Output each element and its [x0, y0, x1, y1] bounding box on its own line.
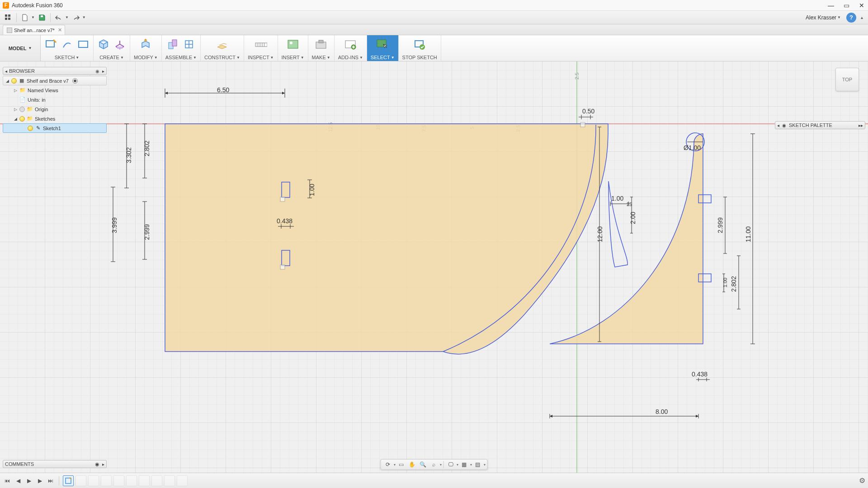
timeline-feature-sketch[interactable]: [63, 475, 74, 486]
browser-title: BROWSER: [9, 68, 35, 74]
tree-origin[interactable]: ▷ 📁 Origin: [3, 104, 107, 114]
viewcube-face-label: TOP: [842, 77, 852, 82]
timeline-next-button[interactable]: ▶: [35, 476, 44, 485]
redo-caret-icon[interactable]: ▼: [82, 15, 86, 19]
grid-settings-button[interactable]: ▦: [459, 460, 469, 469]
undo-button[interactable]: [53, 12, 64, 23]
palette-collapse-icon[interactable]: ◂: [777, 123, 779, 128]
active-component-radio[interactable]: [72, 78, 78, 84]
svg-rect-11: [288, 40, 298, 48]
svg-rect-4: [41, 15, 43, 17]
tab-close-button[interactable]: ✕: [58, 27, 62, 33]
ribbon-group-insert[interactable]: INSERT▼: [278, 35, 308, 61]
svg-text:25: 25: [627, 202, 632, 207]
ribbon-group-addins[interactable]: ADD-INS▼: [335, 35, 367, 61]
timeline-feature[interactable]: [126, 475, 137, 486]
browser-collapse-icon[interactable]: ◂: [5, 69, 7, 74]
ribbon-group-select[interactable]: SELECT▼: [367, 35, 399, 61]
timeline-feature[interactable]: [75, 475, 86, 486]
ribbon-group-construct[interactable]: CONSTRUCT▼: [201, 35, 244, 61]
look-at-button[interactable]: ▭: [396, 460, 406, 469]
timeline-feature[interactable]: [139, 475, 150, 486]
viewport-settings-button[interactable]: ▤: [473, 460, 483, 469]
timeline-feature[interactable]: [113, 475, 124, 486]
tree-label: Sketch1: [43, 126, 61, 131]
zoom-button[interactable]: 🔍: [418, 460, 428, 469]
timeline-feature[interactable]: [101, 475, 112, 486]
orbit-button[interactable]: ⟳: [383, 460, 393, 469]
tree-arrow-icon[interactable]: ◢: [5, 79, 9, 83]
ribbon-label: MAKE: [312, 55, 326, 60]
palette-expand-icon[interactable]: ▸▸: [859, 123, 863, 128]
create-sketch-icon: [44, 38, 57, 51]
ribbon-group-make[interactable]: MAKE▼: [308, 35, 335, 61]
navigation-bar: ⟳▾ ▭ ✋ 🔍 ⌕▾ 🖵▾ ▦▾ ▤▾: [381, 459, 488, 470]
tree-arrow-icon[interactable]: ▷: [13, 88, 18, 93]
viewcube[interactable]: TOP: [835, 68, 859, 91]
ribbon-group-stop-sketch[interactable]: STOP SKETCH: [399, 35, 441, 61]
svg-text:3.999: 3.999: [111, 217, 118, 233]
comments-expand-icon[interactable]: ▸: [102, 462, 104, 467]
ribbon-group-modify[interactable]: MODIFY▼: [130, 35, 162, 61]
document-tab-label: Shelf an...race v7*: [14, 28, 55, 33]
user-menu[interactable]: Alex Krasser ▼: [802, 14, 844, 22]
display-settings-button[interactable]: 🖵: [446, 460, 456, 469]
timeline-feature[interactable]: [164, 475, 175, 486]
timeline-prev-button[interactable]: ◀: [14, 476, 23, 485]
timeline-settings-button[interactable]: ⚙: [859, 476, 865, 485]
undo-caret-icon[interactable]: ▼: [65, 15, 69, 19]
timeline-feature[interactable]: [88, 475, 99, 486]
ribbon-label: SKETCH: [55, 55, 75, 60]
units-icon: 📄: [19, 97, 26, 103]
window-close-button[interactable]: ✕: [858, 2, 865, 9]
data-panel-button[interactable]: [3, 12, 14, 23]
sketch-icon: ✎: [35, 125, 41, 131]
visibility-bulb-icon[interactable]: [19, 107, 25, 112]
timeline-feature[interactable]: [151, 475, 162, 486]
ribbon-group-inspect[interactable]: INSPECT▼: [244, 35, 278, 61]
window-restore-button[interactable]: ▭: [843, 2, 850, 9]
visibility-bulb-icon[interactable]: [19, 116, 25, 122]
browser-expand-icon[interactable]: ▸: [102, 69, 104, 74]
palette-pin-icon[interactable]: ◉: [782, 123, 786, 128]
fit-button[interactable]: ⌕: [429, 460, 439, 469]
tree-sketches[interactable]: ◢ 📁 Sketches: [3, 114, 107, 123]
window-minimize-button[interactable]: —: [827, 2, 835, 9]
ribbon-collapse-button[interactable]: ▴: [858, 15, 865, 20]
redo-button[interactable]: [71, 12, 81, 23]
tree-named-views[interactable]: ▷ 📁 Named Views: [3, 85, 107, 95]
help-button[interactable]: ?: [846, 13, 856, 23]
save-button[interactable]: [37, 12, 47, 23]
ribbon-group-assemble[interactable]: ASSEMBLE▼: [162, 35, 201, 61]
svg-text:2.999: 2.999: [143, 224, 151, 240]
document-tab[interactable]: Shelf an...race v7* ✕: [3, 25, 65, 35]
timeline-feature[interactable]: [177, 475, 188, 486]
box-icon: [97, 38, 110, 51]
workspace-mode-button[interactable]: MODEL ▼: [0, 35, 41, 61]
ribbon-label: INSPECT: [248, 55, 269, 60]
visibility-bulb-icon[interactable]: [28, 126, 33, 131]
comments-header[interactable]: COMMENTS ◉ ▸: [3, 460, 107, 468]
tree-root[interactable]: ◢ ▦ Shelf and Brace v7: [3, 76, 107, 85]
timeline-start-button[interactable]: ⏮: [3, 476, 12, 485]
ribbon-label: MODIFY: [134, 55, 153, 60]
comments-pin-icon[interactable]: ◉: [95, 461, 99, 467]
folder-icon: 📁: [27, 106, 33, 113]
sketch-canvas[interactable]: 12.5 10 7.5 5 2.5 2.5: [0, 61, 868, 473]
tree-arrow-icon[interactable]: ▷: [13, 107, 18, 112]
timeline-end-button[interactable]: ⏭: [46, 476, 55, 485]
browser-header[interactable]: ◂ BROWSER ◉ ▸: [3, 67, 107, 75]
file-menu-caret-icon[interactable]: ▼: [31, 15, 35, 19]
file-menu-button[interactable]: [19, 12, 30, 23]
timeline-play-button[interactable]: ▶: [24, 476, 33, 485]
tree-sketch1[interactable]: ✎ Sketch1: [3, 123, 107, 133]
tree-units[interactable]: 📄 Units: in: [3, 95, 107, 104]
pan-button[interactable]: ✋: [407, 460, 417, 469]
visibility-bulb-icon[interactable]: [11, 78, 17, 84]
document-icon: [7, 28, 12, 33]
ribbon-group-create[interactable]: CREATE▼: [94, 35, 130, 61]
ribbon-group-sketch[interactable]: SKETCH▼: [41, 35, 94, 61]
tree-arrow-icon[interactable]: ◢: [13, 117, 18, 121]
sketch-palette-header[interactable]: ◂ ◉ SKETCH PALETTE ▸▸: [775, 121, 865, 129]
browser-pin-icon[interactable]: ◉: [95, 69, 99, 74]
